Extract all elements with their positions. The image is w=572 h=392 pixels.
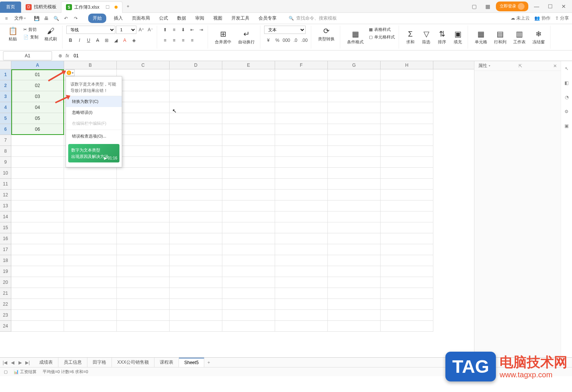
bold-icon[interactable]: B bbox=[66, 36, 75, 44]
row-header[interactable]: 20 bbox=[0, 277, 11, 288]
cell[interactable] bbox=[328, 288, 381, 299]
cell[interactable] bbox=[117, 277, 170, 288]
cell[interactable] bbox=[275, 102, 328, 113]
cell[interactable] bbox=[117, 299, 170, 310]
tab-home[interactable]: 首页 bbox=[0, 2, 21, 13]
column-header[interactable]: E bbox=[222, 61, 275, 69]
cell[interactable] bbox=[328, 168, 381, 179]
cell[interactable] bbox=[170, 211, 222, 222]
cell[interactable] bbox=[275, 157, 328, 168]
cell[interactable] bbox=[328, 146, 381, 157]
cell[interactable] bbox=[328, 124, 381, 135]
cell[interactable] bbox=[170, 310, 222, 321]
row-header[interactable]: 19 bbox=[0, 266, 11, 277]
cell[interactable] bbox=[117, 288, 170, 299]
ribbon-tab-start[interactable]: 开始 bbox=[88, 14, 106, 23]
column-header[interactable]: G bbox=[328, 61, 381, 69]
align-center-icon[interactable]: ≡ bbox=[170, 36, 178, 44]
cell[interactable] bbox=[328, 80, 381, 91]
cell[interactable] bbox=[64, 179, 117, 190]
cell[interactable] bbox=[117, 113, 170, 124]
cell[interactable] bbox=[222, 179, 275, 190]
cell[interactable] bbox=[64, 288, 117, 299]
cell[interactable] bbox=[381, 288, 433, 299]
cell[interactable] bbox=[328, 201, 381, 211]
cell[interactable] bbox=[117, 255, 170, 266]
cell[interactable] bbox=[11, 157, 64, 168]
cell[interactable] bbox=[328, 266, 381, 277]
row-header[interactable]: 12 bbox=[0, 190, 11, 201]
cell-button[interactable]: ▦单元格 bbox=[472, 26, 490, 49]
cell[interactable] bbox=[381, 211, 433, 222]
cell[interactable] bbox=[117, 190, 170, 201]
cell[interactable] bbox=[117, 124, 170, 135]
cell[interactable] bbox=[64, 310, 117, 321]
cell[interactable] bbox=[11, 179, 64, 190]
cell[interactable]: 05 bbox=[11, 113, 64, 124]
cell[interactable] bbox=[328, 135, 381, 146]
cell[interactable] bbox=[117, 233, 170, 244]
add-sheet-button[interactable]: + bbox=[204, 360, 213, 365]
close-panel-icon[interactable]: ✕ bbox=[553, 63, 557, 69]
cell[interactable] bbox=[222, 288, 275, 299]
cell[interactable] bbox=[170, 124, 222, 135]
apps-icon[interactable]: ▦ bbox=[482, 1, 493, 12]
column-header[interactable]: B bbox=[64, 61, 117, 69]
cell[interactable] bbox=[170, 288, 222, 299]
underline-icon[interactable]: U bbox=[84, 36, 93, 44]
cell[interactable] bbox=[117, 168, 170, 179]
menu-item-convert[interactable]: 转换为数字(C) bbox=[66, 96, 122, 107]
name-box[interactable]: A1 bbox=[3, 51, 52, 60]
font-size-select[interactable]: 11 bbox=[116, 26, 136, 34]
pin-icon[interactable]: ⇱ bbox=[518, 63, 522, 69]
cell[interactable] bbox=[328, 321, 381, 332]
cell[interactable] bbox=[11, 211, 64, 222]
cell[interactable] bbox=[222, 277, 275, 288]
row-header[interactable]: 7 bbox=[0, 135, 11, 146]
cell[interactable] bbox=[381, 222, 433, 233]
cell[interactable] bbox=[11, 277, 64, 288]
cell[interactable] bbox=[64, 211, 117, 222]
column-header[interactable]: C bbox=[117, 61, 170, 69]
cell[interactable] bbox=[117, 157, 170, 168]
cell[interactable] bbox=[275, 321, 328, 332]
number-format-select[interactable]: 文本 bbox=[264, 26, 306, 34]
cell[interactable] bbox=[117, 69, 170, 80]
print-icon[interactable]: 🖶 bbox=[43, 15, 50, 22]
cell[interactable] bbox=[170, 91, 222, 102]
cell[interactable] bbox=[222, 168, 275, 179]
cell[interactable] bbox=[170, 222, 222, 233]
inc-decimal-icon[interactable]: .0 bbox=[291, 36, 300, 44]
decrease-font-icon[interactable]: A⁻ bbox=[146, 26, 154, 34]
minimize-button[interactable]: — bbox=[531, 1, 542, 12]
cell[interactable] bbox=[11, 135, 64, 146]
file-menu[interactable]: 文件 ▾ bbox=[11, 14, 29, 22]
cell[interactable] bbox=[222, 266, 275, 277]
cell[interactable] bbox=[381, 91, 433, 102]
fx-icon[interactable]: fx bbox=[66, 53, 69, 58]
row-header[interactable]: 10 bbox=[0, 168, 11, 179]
cell[interactable] bbox=[222, 146, 275, 157]
ribbon-tab-review[interactable]: 审阅 bbox=[194, 14, 206, 23]
cell[interactable] bbox=[275, 299, 328, 310]
expand-icon[interactable]: ▣ bbox=[563, 122, 570, 130]
cell[interactable] bbox=[381, 321, 433, 332]
cell[interactable] bbox=[328, 69, 381, 80]
promo-card[interactable]: 数字为文本类型 出现原因及解决方法 ▶ 01:16 bbox=[68, 144, 119, 162]
fill-color-icon[interactable]: ◢ bbox=[112, 36, 120, 44]
cell[interactable] bbox=[275, 211, 328, 222]
row-header[interactable]: 18 bbox=[0, 255, 11, 266]
sheet-last-icon[interactable]: ▶| bbox=[24, 359, 31, 366]
thousands-icon[interactable]: 000 bbox=[282, 36, 291, 44]
cell[interactable] bbox=[222, 222, 275, 233]
menu-item-ignore[interactable]: 忽略错误(I) bbox=[66, 107, 122, 118]
cell[interactable] bbox=[275, 113, 328, 124]
cell[interactable] bbox=[170, 80, 222, 91]
increase-font-icon[interactable]: A⁺ bbox=[137, 26, 145, 34]
row-col-button[interactable]: ▤行和列 bbox=[491, 26, 509, 49]
phonetic-icon[interactable]: ◈ bbox=[130, 36, 138, 44]
cond-format-button[interactable]: ▦条件格式 bbox=[344, 26, 367, 49]
cell[interactable] bbox=[170, 190, 222, 201]
row-header[interactable]: 9 bbox=[0, 157, 11, 168]
align-middle-icon[interactable]: ≡ bbox=[170, 26, 178, 34]
